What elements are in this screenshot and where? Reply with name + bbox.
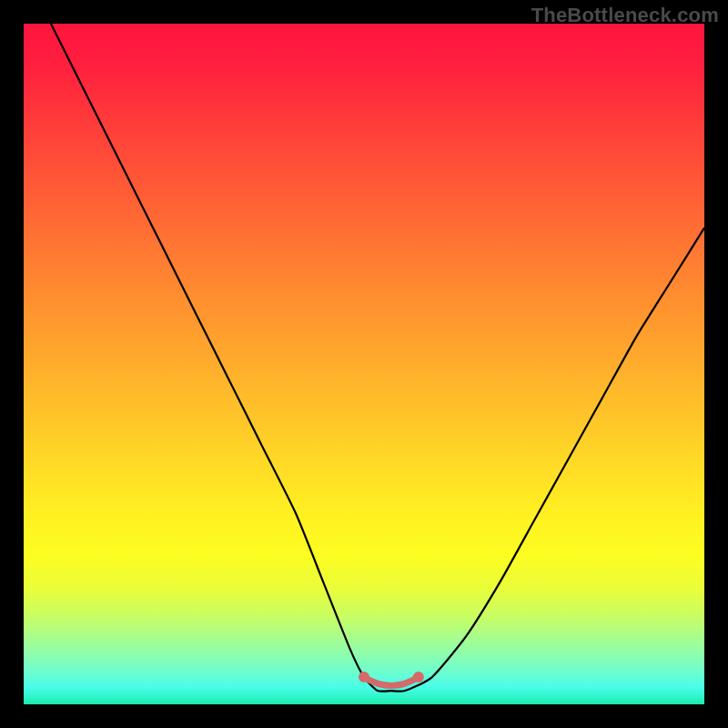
bottleneck-curve-svg [24,24,704,704]
flat-segment-end-dot [413,672,424,682]
plot-area [24,24,704,704]
bottleneck-curve-path [51,24,704,692]
flat-segment-path [364,677,419,685]
chart-frame: TheBottleneck.com [0,0,728,728]
flat-segment-start-dot [359,672,369,682]
